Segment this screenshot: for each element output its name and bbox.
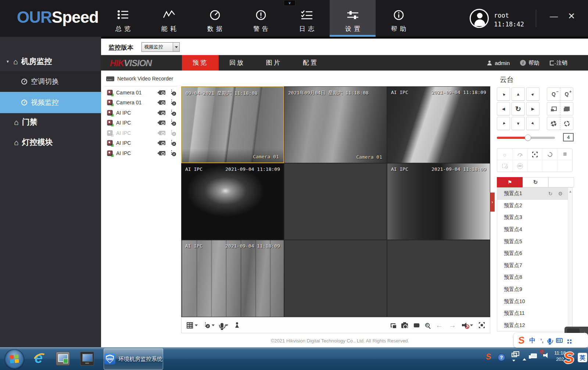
camera-list-item[interactable]: AI IPC 2	[101, 138, 181, 148]
live-view-icon[interactable]	[159, 100, 165, 105]
ime-keyboard-icon[interactable]	[556, 338, 563, 343]
tab-configuration[interactable]: 配置	[292, 55, 329, 71]
ptz-speed-slider[interactable]	[497, 137, 555, 139]
admin-user[interactable]: admin	[487, 60, 510, 66]
camera-list-item[interactable]: Camera 01 2	[101, 87, 181, 98]
toolbar-reveal-caret[interactable]: ∨	[284, 0, 295, 6]
stream-type-icon[interactable]: 2	[170, 90, 176, 96]
sogou-tray-icon[interactable]: S	[485, 352, 492, 362]
stop-all-button[interactable]	[391, 323, 395, 327]
sidebar-item-access-control[interactable]: ⌂ 门禁	[0, 114, 101, 130]
preset-item[interactable]: 预置点1 ↻⚙	[497, 188, 572, 200]
next-page-button[interactable]: →	[449, 321, 456, 329]
menu-button[interactable]: ≡	[557, 149, 572, 160]
iris-open-button[interactable]	[560, 117, 573, 130]
ptz-down-button[interactable]: ▼	[512, 117, 525, 130]
two-way-audio-button[interactable]	[220, 323, 228, 328]
preset-item[interactable]: 预置点10	[497, 295, 572, 308]
video-cell-6[interactable]: AI IPC 2021-09-04 11:18:09	[387, 163, 490, 240]
nav-item-alert[interactable]: 警告	[238, 0, 284, 37]
stream-type-icon[interactable]: 2	[170, 100, 176, 105]
camera-list-item[interactable]: Camera 01 2	[101, 98, 181, 108]
stream-type-icon[interactable]: 2	[170, 120, 176, 126]
media-viewer-taskbar-icon[interactable]	[56, 352, 70, 366]
record-button[interactable]	[414, 323, 419, 327]
live-view-icon[interactable]	[159, 121, 165, 125]
stream-type-icon[interactable]: 2	[170, 130, 176, 136]
ime-language-toggle[interactable]: 中	[529, 336, 535, 345]
start-button[interactable]	[4, 349, 24, 369]
live-view-icon[interactable]	[159, 151, 165, 155]
camera-list-item[interactable]: AI IPC 2	[101, 118, 181, 128]
fullscreen-button[interactable]	[479, 322, 485, 328]
preset-scrollbar[interactable]	[568, 188, 572, 331]
zoom-in-button[interactable]: Q	[560, 88, 573, 100]
tab-picture[interactable]: 图片	[255, 55, 292, 71]
ptz-up-button[interactable]: ▲	[512, 87, 525, 101]
capture-button[interactable]	[401, 322, 408, 328]
dropdown-arrow-icon[interactable]	[212, 324, 215, 328]
focus-far-button[interactable]	[560, 103, 573, 115]
video-cell-2[interactable]: 2021年09月04日 星期六 11:18:08 Camera 01	[284, 86, 387, 163]
tab-preview[interactable]: 预览	[182, 55, 219, 71]
video-cell-9-empty[interactable]	[387, 240, 490, 317]
live-view-icon[interactable]	[159, 131, 165, 135]
nav-item-settings[interactable]: 设置	[330, 0, 376, 37]
sogou-logo-icon[interactable]: S	[518, 335, 525, 345]
video-cell-7[interactable]: AI IPC 2021-09-04 11:18:09	[181, 240, 284, 317]
auto-focus-button[interactable]	[527, 149, 542, 160]
minimize-button[interactable]: —	[547, 12, 561, 24]
camera-list-item[interactable]: AI IPC 2	[101, 108, 181, 118]
focus-near-button[interactable]	[547, 103, 560, 115]
ptz-up-right-button[interactable]: ▲	[526, 87, 539, 101]
tab-patrol[interactable]: ↻	[523, 177, 548, 187]
preset-item[interactable]: 预置点6	[497, 248, 572, 260]
ime-english-indicator[interactable]: 英	[578, 353, 587, 362]
video-cell-1-selected[interactable]: 09-04-2021 星期六 11:18:08 Camera 01	[181, 86, 284, 163]
ime-punctuation-toggle[interactable]: ’,	[540, 337, 543, 344]
video-cell-4[interactable]: AI IPC 2021-09-04 11:18:09	[181, 163, 284, 240]
stream-type-icon[interactable]: 2	[170, 110, 176, 116]
user-avatar[interactable]	[470, 9, 489, 28]
dropdown-arrow-icon[interactable]	[470, 324, 473, 328]
tray-dropdown-arrow-icon[interactable]	[512, 360, 515, 363]
stream-type-icon[interactable]: 2	[170, 140, 176, 146]
layout-grid-button[interactable]	[187, 322, 198, 328]
tab-pattern[interactable]	[548, 177, 574, 187]
volume-button[interactable]	[462, 323, 473, 328]
ptz-down-right-button[interactable]: ▲	[526, 117, 539, 130]
previous-page-button[interactable]: ←	[435, 321, 443, 329]
preset-item[interactable]: 预置点9	[497, 284, 572, 296]
slider-thumb[interactable]	[525, 134, 531, 141]
digital-zoom-button[interactable]	[425, 323, 430, 327]
live-view-icon[interactable]	[159, 90, 165, 95]
ptz-right-button[interactable]: ▶	[526, 102, 539, 115]
zoom-out-button[interactable]: Q	[547, 88, 560, 100]
ptz-speed-value[interactable]: 4	[563, 133, 574, 141]
remote-desktop-taskbar-icon[interactable]	[80, 352, 94, 366]
ptz-down-left-button[interactable]: ▲	[497, 117, 510, 130]
preset-item[interactable]: 预置点11	[497, 308, 572, 320]
dropdown-arrow-icon[interactable]	[195, 324, 198, 328]
network-tray-icon[interactable]	[531, 353, 537, 358]
ime-more-grid-icon[interactable]	[567, 340, 569, 341]
sidebar-item-video-monitoring[interactable]: 视频监控	[0, 92, 101, 113]
sidebar-item-light-control[interactable]: ⌂ 灯控模块	[0, 134, 101, 150]
logout-menu-item[interactable]: 注销	[550, 60, 567, 67]
internet-explorer-icon[interactable]: e	[32, 351, 49, 367]
iris-close-button[interactable]	[547, 117, 560, 130]
area-zoom-button[interactable]	[497, 160, 512, 172]
live-view-icon[interactable]	[159, 141, 165, 145]
nav-item-help[interactable]: 帮助	[376, 0, 422, 37]
preset-item[interactable]: 预置点8	[497, 272, 572, 284]
nav-item-data[interactable]: 数据	[192, 0, 238, 37]
preset-item[interactable]: 预置点5	[497, 236, 572, 248]
ime-microphone-icon[interactable]	[548, 338, 551, 342]
stream-type-button[interactable]: 2	[204, 322, 215, 328]
preset-item[interactable]: 预置点3	[497, 212, 572, 224]
camera-list-item[interactable]: AI IPC 2	[101, 148, 181, 158]
stream-type-icon[interactable]: 2	[170, 150, 176, 156]
taskbar-app-button[interactable]: MONITORING 环境机房监控系统	[104, 348, 163, 370]
dropdown-arrow-icon[interactable]	[225, 324, 228, 328]
tab-playback[interactable]: 回放	[219, 55, 255, 71]
